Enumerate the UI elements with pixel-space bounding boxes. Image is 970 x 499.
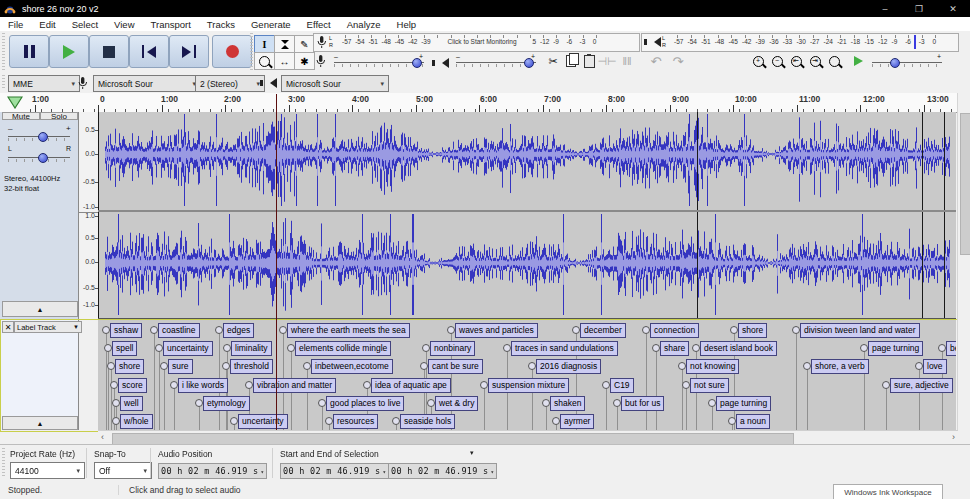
label-handle[interactable] xyxy=(170,381,178,389)
menu-effect[interactable]: Effect xyxy=(299,19,339,30)
audio-label[interactable]: ayrmer xyxy=(560,414,594,429)
snap-to-select[interactable]: Off▾ xyxy=(94,462,152,479)
audio-label[interactable]: wet & dry xyxy=(435,396,478,411)
label-handle[interactable] xyxy=(102,326,110,334)
label-handle[interactable] xyxy=(652,344,660,352)
vertical-scrollbar[interactable] xyxy=(957,93,970,430)
audio-label[interactable]: be xyxy=(946,341,956,356)
label-handle[interactable] xyxy=(150,326,158,334)
audio-label[interactable]: connection xyxy=(650,323,699,338)
audio-label[interactable]: uncertainty xyxy=(238,414,288,429)
selection-tool-button[interactable]: I xyxy=(254,35,275,53)
menu-transport[interactable]: Transport xyxy=(143,19,199,30)
label-handle[interactable] xyxy=(882,381,890,389)
slider-thumb[interactable] xyxy=(38,132,48,142)
audio-label[interactable]: liminality xyxy=(231,341,272,356)
audio-label[interactable]: shore xyxy=(115,359,144,374)
audio-label[interactable]: desert island book xyxy=(700,341,777,356)
menu-select[interactable]: Select xyxy=(64,19,106,30)
silence-audio-button[interactable]: ‖‖ xyxy=(619,53,635,69)
skip-to-end-button[interactable] xyxy=(169,35,209,68)
record-button[interactable] xyxy=(212,35,252,68)
slider-thumb[interactable] xyxy=(890,58,900,68)
label-handle[interactable] xyxy=(422,344,430,352)
audio-label[interactable]: sure, adjective xyxy=(890,378,953,393)
label-handle[interactable] xyxy=(110,381,118,389)
label-handle[interactable] xyxy=(572,326,580,334)
play-at-speed-button[interactable] xyxy=(850,53,866,69)
audio-label[interactable]: sure xyxy=(168,359,193,374)
label-handle[interactable] xyxy=(107,362,115,370)
audio-position-field[interactable]: 00 h 02 m 46.919 s▾ xyxy=(158,463,267,479)
label-track-menu-button[interactable]: Label Track▼ xyxy=(14,321,82,333)
undo-button[interactable]: ↶ xyxy=(648,53,664,69)
label-handle[interactable] xyxy=(528,362,536,370)
label-handle[interactable] xyxy=(542,399,550,407)
label-handle[interactable] xyxy=(692,344,700,352)
audio-label[interactable]: nonbinary xyxy=(430,341,475,356)
menu-edit[interactable]: Edit xyxy=(31,19,63,30)
waveform-channel-left[interactable] xyxy=(98,112,956,210)
label-handle[interactable] xyxy=(730,326,738,334)
label-handle[interactable] xyxy=(708,399,716,407)
cut-button[interactable]: ✂ xyxy=(545,53,561,69)
label-handle[interactable] xyxy=(503,344,511,352)
horizontal-scrollbar[interactable]: ‹ › xyxy=(98,430,958,445)
audio-label[interactable]: i like words xyxy=(178,378,228,393)
vertical-scale-ruler[interactable]: 0.50.0-0.5-1.01.00.50.0-0.5-1.0 xyxy=(79,112,99,320)
toolbar-grip[interactable] xyxy=(2,448,5,478)
audio-label[interactable]: where the earth meets the sea xyxy=(287,323,410,338)
audio-label[interactable]: C19 xyxy=(610,378,634,393)
toolbar-grip[interactable] xyxy=(2,33,5,70)
audio-host-select[interactable]: MME▾ xyxy=(8,75,80,92)
audio-label[interactable]: not sure xyxy=(690,378,729,393)
zoom-tool-button[interactable] xyxy=(254,52,275,70)
menu-help[interactable]: Help xyxy=(389,19,425,30)
timeline-pin-icon[interactable] xyxy=(7,96,23,109)
vertical-scroll-thumb[interactable] xyxy=(960,113,970,255)
scroll-left-arrow[interactable]: ‹ xyxy=(101,432,104,442)
recording-device-select[interactable]: Microsoft Sour▾ xyxy=(93,75,201,92)
pause-button[interactable] xyxy=(9,35,49,68)
audio-label[interactable]: not knowing xyxy=(686,359,739,374)
label-handle[interactable] xyxy=(427,399,435,407)
label-handle[interactable] xyxy=(318,399,326,407)
audio-label[interactable]: edges xyxy=(223,323,254,338)
label-handle[interactable] xyxy=(602,381,610,389)
label-handle[interactable] xyxy=(678,362,686,370)
label-handle[interactable] xyxy=(160,362,168,370)
label-track-close-button[interactable]: ✕ xyxy=(2,321,14,333)
audio-label[interactable]: shaken xyxy=(550,396,585,411)
solo-button[interactable]: Solo xyxy=(40,112,78,120)
menu-analyze[interactable]: Analyze xyxy=(339,19,389,30)
label-handle[interactable] xyxy=(363,381,371,389)
label-handle[interactable] xyxy=(230,417,238,425)
label-handle[interactable] xyxy=(860,344,868,352)
skip-to-start-button[interactable] xyxy=(129,35,169,68)
monitor-prompt[interactable]: Click to Start Monitoring xyxy=(432,38,532,45)
audio-label[interactable]: seaside hols xyxy=(400,414,455,429)
audio-label[interactable]: sshaw xyxy=(110,323,142,338)
minimize-button[interactable]: – xyxy=(868,0,902,17)
timeline-ruler[interactable]: 1:0001:002:003:004:005:006:007:008:009:0… xyxy=(0,93,970,113)
audio-label[interactable]: love xyxy=(923,359,947,374)
copy-button[interactable] xyxy=(563,53,579,69)
audio-label[interactable]: threshold xyxy=(230,359,273,374)
menu-view[interactable]: View xyxy=(106,19,142,30)
label-handle[interactable] xyxy=(112,399,120,407)
audio-label[interactable]: division tween land and water xyxy=(800,323,920,338)
label-handle[interactable] xyxy=(155,344,163,352)
label-handle[interactable] xyxy=(803,362,811,370)
slider-thumb[interactable] xyxy=(38,153,48,163)
zoom-selection-button[interactable]: ⇤ xyxy=(788,53,804,69)
label-handle[interactable] xyxy=(215,326,223,334)
selection-start-field[interactable]: 00 h 02 m 46.919 s▾ xyxy=(280,463,389,479)
audio-label[interactable]: share xyxy=(660,341,689,356)
audio-label[interactable]: elements collide mingle xyxy=(295,341,391,356)
paste-button[interactable] xyxy=(581,53,597,69)
label-handle[interactable] xyxy=(938,344,946,352)
audio-label[interactable]: coastline xyxy=(158,323,200,338)
label-track-panel[interactable]: ✕ Label Track▼ ▲ xyxy=(0,319,79,430)
audio-label[interactable]: vibration and matter xyxy=(253,378,336,393)
zoom-out-button[interactable]: − xyxy=(769,53,785,69)
